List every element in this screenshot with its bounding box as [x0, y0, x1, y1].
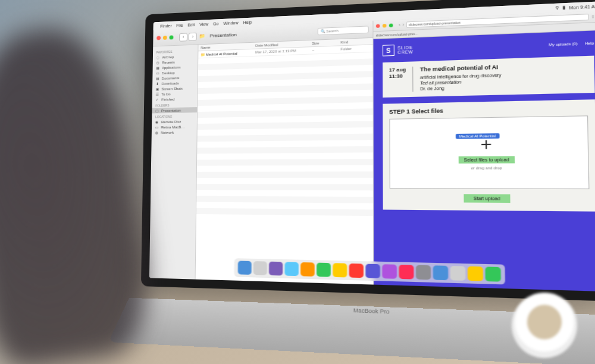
menubar-file[interactable]: File: [176, 23, 183, 27]
dock-app-icon[interactable]: [433, 265, 449, 280]
dock-app-icon[interactable]: [317, 263, 331, 277]
globe-icon: ◍: [155, 130, 159, 134]
finder-traffic-lights: [156, 35, 173, 40]
menubar-window[interactable]: Window: [223, 20, 238, 25]
slidecrew-logo[interactable]: S SLIDE CREW: [383, 44, 414, 57]
maximize-icon[interactable]: [389, 23, 393, 27]
camera-icon: ▣: [156, 87, 160, 91]
col-kind[interactable]: Kind: [340, 39, 369, 44]
laptop-label: MacBook Pro: [353, 307, 390, 315]
check-icon: ✓: [156, 98, 160, 102]
row-name: 📁 Medical AI Potential: [201, 51, 255, 57]
nav-my-uploads[interactable]: My uploads (0): [549, 42, 577, 46]
row-date: Mar 17, 2020 at 1:13 PM: [255, 48, 312, 55]
dock-app-icon[interactable]: [300, 262, 315, 277]
dock-app-icon[interactable]: [333, 263, 347, 277]
event-meta: The medical potential of AI artificial i…: [420, 64, 502, 92]
back-button[interactable]: ‹: [179, 33, 187, 41]
dock-app-icon[interactable]: [416, 265, 431, 280]
list-icon: ☰: [156, 92, 160, 96]
wifi-icon[interactable]: ⚲: [555, 5, 559, 11]
slidecrew-nav: My uploads (0) Help: [549, 41, 594, 46]
minimize-icon[interactable]: [163, 36, 167, 40]
menubar-help[interactable]: Help: [243, 20, 252, 24]
safari-traffic-lights: [376, 23, 393, 27]
sidebar-item-network[interactable]: ◍Network: [152, 129, 197, 135]
nav-help[interactable]: Help: [585, 41, 594, 45]
menubar-go[interactable]: Go: [213, 21, 218, 26]
forward-button[interactable]: ›: [189, 32, 197, 40]
airdrop-icon: ◌: [156, 55, 161, 59]
maximize-icon[interactable]: [170, 35, 174, 39]
dock-app-icon[interactable]: [349, 263, 364, 278]
menubar-view[interactable]: View: [199, 22, 208, 27]
dock-app-icon[interactable]: [284, 262, 299, 276]
finder-window: ‹ › 📁 Presentation Search Favorites ◌Air…: [149, 21, 374, 285]
minimize-icon[interactable]: [383, 23, 387, 27]
slidecrew-header: S SLIDE CREW My uploads (0) Help: [383, 37, 594, 57]
select-files-button[interactable]: Select files to upload: [458, 156, 515, 164]
dock-app-icon[interactable]: [238, 261, 252, 275]
dock-app-icon[interactable]: [253, 261, 267, 275]
laptop-icon: ▭: [155, 125, 159, 129]
dock-app-icon[interactable]: [450, 266, 466, 281]
col-name[interactable]: Name: [201, 44, 255, 50]
event-card: 17 aug 11:30 The medical potential of AI…: [383, 56, 595, 98]
dock-app-icon[interactable]: [468, 266, 483, 281]
logo-text: SLIDE CREW: [397, 45, 413, 55]
forward-button[interactable]: ›: [402, 23, 404, 27]
folder-icon: 📁: [199, 33, 205, 39]
logo-mark-icon: S: [383, 45, 394, 57]
folder-icon: ▢: [155, 108, 159, 112]
back-button[interactable]: ‹: [399, 23, 400, 27]
finder-search-input[interactable]: Search: [317, 26, 368, 35]
dropzone[interactable]: Medical AI Potential + Select files to u…: [389, 115, 589, 189]
apps-icon: ▦: [156, 65, 160, 70]
dock-app-icon[interactable]: [269, 262, 283, 276]
finder-nav-arrows: ‹ ›: [179, 32, 197, 41]
documents-icon: ▤: [156, 76, 160, 80]
finder-file-list: Name Date Modified Size Kind 📁 Medical A…: [196, 38, 373, 285]
downloads-icon: ⬇: [156, 81, 160, 86]
desktop-icon: ▭: [156, 71, 160, 75]
menubar-clock[interactable]: Mon 9:41 AM: [569, 4, 595, 10]
close-icon[interactable]: [376, 24, 380, 28]
step-title: STEP 1 Select files: [389, 105, 588, 115]
event-datetime: 17 aug 11:30: [389, 67, 414, 92]
close-icon[interactable]: [156, 36, 161, 40]
start-upload-button[interactable]: Start upload: [464, 194, 510, 203]
row-size: --: [312, 47, 341, 52]
finder-sidebar: Favorites ◌AirDrop ◷Recents ▦Application…: [149, 45, 199, 279]
row-kind: Folder: [340, 46, 369, 52]
screen: Finder File Edit View Go Window Help ⚲ ▮…: [149, 1, 595, 291]
dock-app-icon[interactable]: [365, 264, 380, 278]
finder-body: Favorites ◌AirDrop ◷Recents ▦Application…: [149, 38, 373, 285]
clock-icon: ◷: [156, 60, 161, 64]
dropzone-hint: or drag and drop: [471, 167, 502, 171]
menubar-app[interactable]: Finder: [160, 23, 171, 28]
dragged-file-chip[interactable]: Medical AI Potential: [456, 133, 499, 139]
safari-window: ‹ › slidecrew.com/upload-presentation ⇪ …: [373, 11, 595, 292]
battery-icon[interactable]: ▮: [562, 5, 565, 10]
dock-app-icon[interactable]: [382, 264, 397, 279]
share-icon[interactable]: ⇪: [591, 14, 594, 19]
coffee-cup: [512, 293, 577, 358]
menubar-edit[interactable]: Edit: [187, 23, 195, 27]
tab-slidecrew[interactable]: slidecrew.com/upload-pres…: [376, 32, 418, 37]
dock-app-icon[interactable]: [399, 265, 414, 280]
screen-bezel: Finder File Edit View Go Window Help ⚲ ▮…: [141, 0, 595, 302]
col-size[interactable]: Size: [312, 40, 341, 45]
slidecrew-page: S SLIDE CREW My uploads (0) Help: [373, 30, 595, 292]
disc-icon: ◉: [155, 120, 159, 124]
finder-title: Presentation: [210, 32, 237, 39]
dock-app-icon[interactable]: [485, 266, 501, 281]
col-date[interactable]: Date Modified: [255, 42, 312, 48]
upload-step-card: STEP 1 Select files Medical AI Potential…: [383, 99, 595, 212]
empty-list-area: [196, 52, 373, 216]
